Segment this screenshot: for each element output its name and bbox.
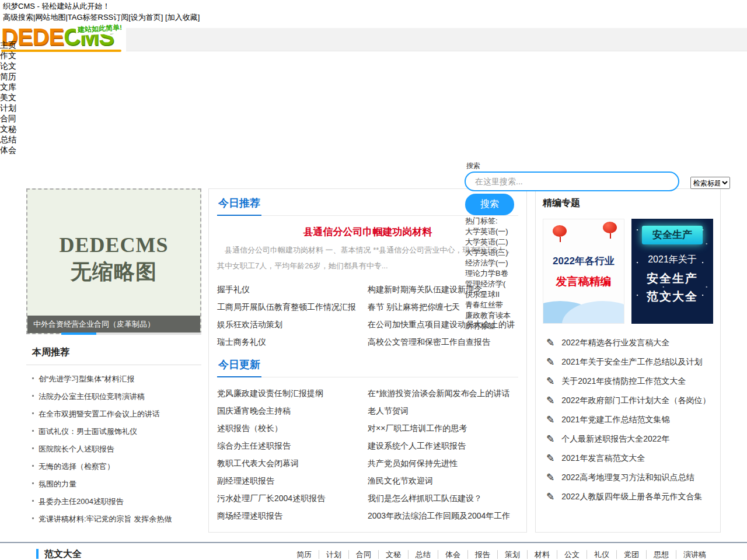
article-link[interactable]: 高校公文管理和保密工作自查报告 [368, 333, 518, 351]
article-link[interactable]: 国庆通宵晚会主持稿 [217, 402, 368, 419]
article-link[interactable]: 老人节贺词 [368, 402, 518, 419]
hot-tag-link[interactable]: 大学英语(三) [465, 247, 535, 258]
article-link[interactable]: 在全市双拥暨安置工作会议上的讲话 [39, 410, 160, 418]
side-nav-link[interactable]: 论文 [0, 61, 16, 71]
banner-text-line: 安全生产 [631, 271, 713, 286]
side-nav-link[interactable]: 总结 [0, 135, 16, 144]
side-nav-link[interactable]: 文库 [0, 82, 16, 92]
topic-link[interactable]: 关于2021年疫情防控工作范文大全 [561, 376, 686, 387]
article-link[interactable]: 2003年政法综治工作回顾及2004年工作 [368, 507, 518, 524]
article-link[interactable]: 法院办公室主任职位竞聘演讲稿 [39, 392, 145, 401]
placeholder-line-2: 无缩略图 [27, 258, 200, 285]
article-link[interactable]: 医院院长个人述职报告 [39, 444, 114, 453]
hot-tag-link[interactable]: 管理经济学( [465, 279, 535, 289]
topic-link[interactable]: 2022年政府部门工作计划大全（各岗位） [561, 396, 710, 406]
footer-nav-link[interactable]: 演讲稿 [683, 550, 706, 559]
header-quick-links[interactable]: 高级搜索|网站地图|TAG标签RSS订阅[设为首页] [加入收藏] [3, 12, 200, 23]
footer-nav-link[interactable]: 策划 [505, 550, 520, 559]
footer-nav-item: 简历 [289, 550, 319, 559]
slider-indicator[interactable] [61, 332, 201, 335]
edit-icon: ✎ [546, 356, 554, 368]
footer-nav-link[interactable]: 文秘 [386, 550, 401, 559]
list-item: 医院院长个人述职报告 [26, 440, 201, 457]
article-link[interactable]: 握手礼仪 [217, 281, 368, 298]
side-nav-link[interactable]: 文秘 [0, 124, 16, 134]
list-item: 面试礼仪：男士面试服饰礼仪 [26, 422, 201, 440]
article-link[interactable]: 娱乐狂欢活动策划 [217, 316, 368, 333]
article-link[interactable]: 综合办主任述职报告 [217, 437, 368, 454]
footer-nav-link[interactable]: 体会 [445, 550, 460, 559]
article-link[interactable]: 面试礼仪：男士面试服饰礼仪 [39, 427, 137, 436]
topic-item: ✎ 2022高考地理复习方法和知识点总结 [543, 468, 713, 487]
footer-nav-link[interactable]: 党团 [624, 550, 639, 559]
footer-nav-item: 材料 [528, 550, 557, 559]
article-link[interactable]: 瑞士商务礼仪 [217, 333, 368, 351]
hot-tag-link[interactable]: 青春红丝带 [465, 300, 535, 310]
week-recommend-list: 创“先进学习型集体”材料汇报 法院办公室主任职位竞聘演讲稿 在全市双拥暨安置工作… [26, 370, 201, 527]
article-link[interactable]: 污水处理厂厂长2004述职报告 [217, 489, 368, 507]
topic-item: ✎ 2021年党建工作总结范文集锦 [543, 410, 713, 429]
article-link[interactable]: 商场经理述职报告 [217, 507, 368, 524]
slide-caption[interactable]: 中外合资经营企业合同（皮革制品） [27, 316, 200, 333]
article-link[interactable]: 教职工代表大会闭幕词 [217, 454, 368, 472]
topic-link[interactable]: 2022年精选各行业发言稿大全 [561, 338, 669, 348]
search-button[interactable]: 搜索 [465, 194, 514, 215]
hot-tag-link[interactable]: 经济法学(一) [465, 258, 535, 268]
article-link[interactable]: 共产党员如何保持先进性 [368, 454, 518, 472]
footer-nav-item: 计划 [319, 550, 349, 559]
article-link[interactable]: 党风廉政建设责任制汇报提纲 [217, 384, 368, 402]
hot-tag-link[interactable]: 理论力学B卷 [465, 268, 535, 279]
footer-nav-link[interactable]: 总结 [416, 550, 431, 559]
article-link[interactable]: 工商局开展队伍教育整顿工作情况汇报 [217, 298, 368, 316]
article-link[interactable]: 氛围的力量 [39, 480, 76, 488]
hot-tags: 热门标签: 大学英语(一)大学英语(二)大学英语(三)经济法学(一)理论力学B卷… [465, 216, 535, 331]
article-link[interactable]: 建设系统个人工作述职报告 [368, 437, 518, 454]
side-nav-link[interactable]: 主页 [0, 40, 16, 50]
side-nav-link[interactable]: 体会 [0, 145, 16, 155]
article-link[interactable]: 创“先进学习型集体”材料汇报 [39, 374, 135, 383]
topic-banner-safety[interactable]: 安全生产 2021年关于 安全生产 范文大全 [631, 219, 713, 324]
slider-slide[interactable]: DEDECMS 无缩略图 中外合资经营企业合同（皮革制品） [26, 188, 201, 334]
list-item: 党课讲稿材料:牢记党的宗旨 发挥余热做 [26, 510, 201, 527]
topic-link[interactable]: 2021年关于安全生产工作总结以及计划 [561, 357, 702, 368]
hot-tag-link[interactable]: 所有标签 [465, 321, 535, 331]
footer-nav-link[interactable]: 思想 [654, 550, 669, 559]
footer-nav-link[interactable]: 礼仪 [594, 550, 609, 559]
footer-nav-link[interactable]: 公文 [564, 550, 580, 559]
search-scope-select[interactable]: 检索标题 [690, 177, 730, 189]
hot-tag-link[interactable]: 大学英语(二) [465, 237, 535, 247]
topic-link[interactable]: 2022高考地理复习方法和知识点总结 [561, 473, 694, 483]
article-link[interactable]: 无悔的选择（检察官） [39, 462, 114, 471]
topic-link[interactable]: 2022人教版四年级上册各单元作文合集 [561, 492, 702, 502]
hot-tag-link[interactable]: 大学英语(一) [465, 226, 535, 237]
topic-link[interactable]: 2021年发言稿范文大全 [561, 453, 645, 464]
side-nav-link[interactable]: 合同 [0, 114, 16, 123]
footer-nav-link[interactable]: 报告 [475, 550, 490, 559]
side-nav-link[interactable]: 美文 [0, 93, 16, 102]
footer-nav-link[interactable]: 材料 [535, 550, 550, 559]
article-link[interactable]: 在*旅游投资洽谈会新闻发布会上的讲话 [368, 384, 518, 402]
article-link[interactable]: 县委办主任2004述职报告 [39, 497, 124, 506]
article-link[interactable]: 渔民文化节欢迎词 [368, 472, 518, 489]
side-nav-link[interactable]: 作文 [0, 51, 16, 60]
article-link[interactable]: 述职报告（校长） [217, 419, 368, 437]
footer-nav-link[interactable]: 计划 [326, 550, 341, 559]
hot-tag-link[interactable]: 廉政教育读本 [465, 310, 535, 321]
banner-text-line: 发言稿精编 [543, 274, 624, 289]
article-link[interactable]: 副经理述职报告 [217, 472, 368, 489]
article-link[interactable]: 我们是怎么样抓职工队伍建设？ [368, 489, 518, 507]
side-nav-link[interactable]: 简历 [0, 72, 16, 81]
side-nav-link[interactable]: 计划 [0, 103, 16, 113]
topic-link[interactable]: 2021年党建工作总结范文集锦 [561, 415, 669, 425]
search-input[interactable] [465, 172, 679, 191]
footer-nav-link[interactable]: 简历 [296, 550, 312, 559]
site-slogan: 织梦CMS - 轻松建站从此开始！ [3, 1, 110, 12]
site-logo[interactable]: DEDECMS 建站如此简单! [0, 22, 126, 52]
article-row: 党风廉政建设责任制汇报提纲 在*旅游投资洽谈会新闻发布会上的讲话 [217, 384, 518, 402]
topic-banner-speeches[interactable]: 2022年各行业 发言稿精编 [543, 219, 624, 324]
hot-tag-link[interactable]: 快乐星球II [465, 289, 535, 300]
footer-nav-link[interactable]: 合同 [356, 550, 371, 559]
topic-link[interactable]: 个人最新述职报告大全2022年 [561, 434, 669, 444]
article-link[interactable]: 党课讲稿材料:牢记党的宗旨 发挥余热做 [39, 514, 172, 523]
article-link[interactable]: 对××厂职工培训工作的思考 [368, 419, 518, 437]
